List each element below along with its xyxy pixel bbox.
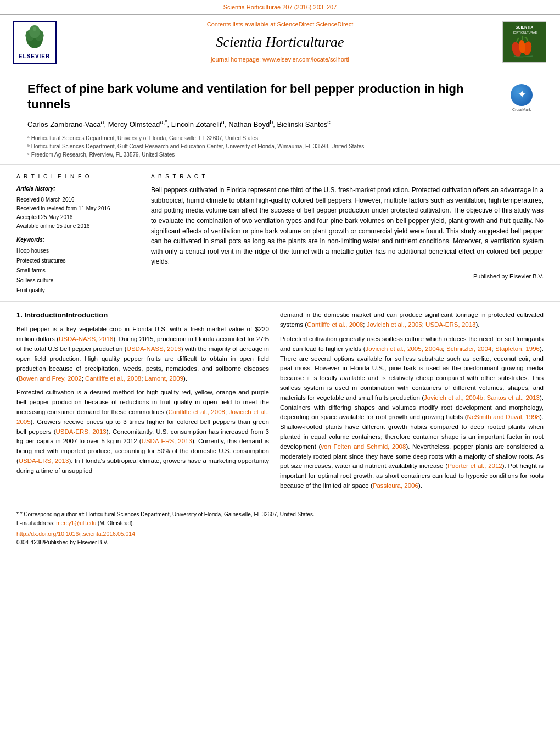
homepage-url: www.elsevier.com/locate/scihorti: [262, 56, 349, 63]
svg-point-5: [32, 27, 36, 31]
svg-text:HORTICULTURAE: HORTICULTURAE: [512, 31, 537, 34]
ref-cantliffe-2008[interactable]: Cantliffe et al., 2008: [85, 375, 141, 382]
body-right-col: demand in the domestic market and can pr…: [280, 310, 544, 495]
footer-section: * * Corresponding author at: Horticultur…: [0, 507, 560, 553]
keyword-fruit: Fruit quality: [16, 286, 128, 295]
keyword-farms: Small farms: [16, 266, 128, 276]
ref-jovicich-2005-1[interactable]: Jovicich et al., 2005: [16, 409, 269, 425]
crossmark-icon: ✦: [511, 84, 533, 106]
ref-poorter-2012[interactable]: Poorter et al., 2012: [447, 462, 502, 469]
footer-divider: [16, 504, 544, 504]
ref-usda-ers-2013-4[interactable]: USDA-ERS, 2013: [425, 321, 475, 328]
journal-logo-box: SCIENTIAHORTICULTURAE SCIENTIA HORTICULT…: [502, 21, 546, 63]
crossmark-badge[interactable]: ✦ CrossMark: [511, 84, 533, 106]
article-info-abstract-section: A R T I C L E I N F O Article history: R…: [0, 165, 560, 302]
author-olmstead: Mercy Olmsteada,*,: [108, 120, 171, 129]
science-direct-name: ScienceDirect: [277, 21, 315, 27]
authors-line: Carlos Zambrano-Vacaa, Mercy Olmsteada,*…: [27, 118, 533, 130]
affiliations: ᵃ Horticultural Sciences Department, Uni…: [27, 134, 533, 159]
author-zambrano: Carlos Zambrano-Vacaa,: [27, 120, 108, 129]
corresponding-text: * Corresponding author at: Horticultural…: [20, 511, 315, 517]
intro-para1: Bell pepper is a key vegetable crop in F…: [16, 325, 269, 383]
ref-usda-nass-2016-2[interactable]: USDA-NASS, 2016: [127, 345, 181, 352]
body-left-col: 1. IntroductionIntroduction Bell pepper …: [16, 310, 269, 495]
article-info-col: A R T I C L E I N F O Article history: R…: [16, 173, 137, 295]
contents-text: Contents lists available at: [207, 21, 276, 27]
page-container: Scientia Horticulturae 207 (2016) 203–20…: [0, 0, 560, 742]
ref-nesmith-1998[interactable]: NeSmith and Duval, 1998: [467, 414, 540, 420]
ref-jovicich-2005-2[interactable]: Jovicich et al., 2005: [367, 321, 422, 328]
keyword-protected: Protected structures: [16, 256, 128, 266]
article-available: Available online 15 June 2016: [16, 222, 128, 231]
abstract-heading: A B S T R A C T: [151, 173, 544, 181]
keywords-label: Keywords:: [16, 236, 128, 244]
article-title: Effect of pine bark volume and ventilati…: [27, 81, 502, 113]
body-content: 1. IntroductionIntroduction Bell pepper …: [0, 302, 560, 504]
ref-santos-2013[interactable]: Santos et al., 2013: [487, 394, 540, 401]
intro-section-title: 1. IntroductionIntroduction: [16, 310, 269, 320]
journal-header-center: Contents lists available at ScienceDirec…: [63, 20, 497, 64]
right-logo-svg: SCIENTIA HORTICULTURAE: [503, 22, 546, 63]
author-boyd: Nathan Boydb,: [228, 120, 277, 129]
journal-reference-bar: Scientia Horticulturae 207 (2016) 203–20…: [0, 0, 560, 14]
article-history-label: Article history:: [16, 185, 128, 193]
email-link[interactable]: mercy1@ufl.edu: [56, 520, 96, 526]
elsevier-logo-box: ELSEVIER: [13, 21, 57, 64]
journal-reference: Scientia Horticulturae 207 (2016) 203–20…: [223, 4, 337, 10]
ref-lamont-2009[interactable]: Lamont, 2009: [145, 375, 183, 382]
crossmark-label: CrossMark: [511, 107, 533, 113]
doi-text: http://dx.doi.org/10.1016/j.scienta.2016…: [16, 531, 135, 537]
keyword-hoop: Hoop houses: [16, 246, 128, 256]
ref-bowen-2002[interactable]: Bowen and Frey, 2002: [19, 375, 82, 382]
affiliation-c: ᶜ Freedom Ag Research, Riverview, FL 335…: [27, 150, 533, 159]
protected-text: Protected: [412, 186, 440, 194]
ref-von-felten-2008[interactable]: von Felten and Schmid, 2008: [321, 443, 406, 450]
author-santos: Bielinski Santosc: [277, 120, 331, 129]
journal-logo-right: SCIENTIAHORTICULTURAE SCIENTIA HORTICULT…: [502, 21, 549, 63]
email-label: E-mail address:: [16, 520, 54, 526]
corresponding-asterisk: *: [16, 511, 20, 517]
ref-schnitzler-2004[interactable]: Schnitzler, 2004: [446, 345, 491, 352]
published-by: Published by Elsevier B.V.: [151, 272, 544, 281]
elsevier-label: ELSEVIER: [16, 53, 53, 60]
svg-text:SCIENTIA: SCIENTIA: [516, 25, 534, 29]
email-note: E-mail address: mercy1@ufl.edu (M. Olmst…: [16, 519, 544, 528]
journal-header: ELSEVIER Contents lists available at Sci…: [0, 14, 560, 70]
ref-cantliffe-2008-2[interactable]: Cantliffe et al., 2008: [168, 409, 225, 415]
ref-usda-ers-2013-3[interactable]: USDA-ERS, 2013: [19, 458, 69, 464]
affiliation-b: ᵇ Horticultural Sciences Department, Gul…: [27, 142, 533, 150]
article-title-row: Effect of pine bark volume and ventilati…: [27, 81, 533, 113]
author-zotarelli: Lincoln Zotarellia,: [171, 120, 228, 129]
intro-title: Introduction: [24, 311, 66, 319]
journal-title: Scientia Horticulturae: [63, 32, 497, 52]
article-received: Received 8 March 2016: [16, 196, 128, 204]
article-revised: Received in revised form 11 May 2016: [16, 204, 128, 213]
article-info-heading: A R T I C L E I N F O: [16, 173, 128, 181]
ref-stapleton-1996[interactable]: Stapleton, 1996: [495, 345, 540, 352]
issn-line: 0304-4238/Published by Elsevier B.V.: [16, 538, 544, 547]
ref-cantliffe-2008-3[interactable]: Cantliffe et al., 2008: [307, 321, 363, 328]
abstract-text: Bell peppers cultivated in Florida repre…: [151, 185, 544, 267]
article-header: Effect of pine bark volume and ventilati…: [0, 70, 560, 165]
email-person: (M. Olmstead).: [98, 520, 134, 526]
abstract-col: A B S T R A C T Bell peppers cultivated …: [148, 173, 544, 295]
intro-para3: demand in the domestic market and can pr…: [280, 310, 544, 330]
doi-link[interactable]: http://dx.doi.org/10.1016/j.scienta.2016…: [16, 530, 544, 538]
intro-para2: Protected cultivation is a desired metho…: [16, 388, 269, 476]
elsevier-tree-icon: [21, 24, 48, 52]
article-accepted: Accepted 25 May 2016: [16, 213, 128, 222]
elsevier-logo: ELSEVIER: [11, 21, 58, 64]
affiliation-a: ᵃ Horticultural Sciences Department, Uni…: [27, 134, 533, 142]
homepage-label: journal homepage:: [211, 56, 261, 63]
ref-passioura-2006[interactable]: Passioura, 2006: [373, 482, 418, 489]
intro-number: 1.: [16, 311, 23, 319]
keyword-soilless: Soilless culture: [16, 276, 128, 286]
journal-homepage: journal homepage: www.elsevier.com/locat…: [63, 55, 497, 64]
ref-usda-nass-2016-1[interactable]: USDA-NASS, 2016: [59, 336, 113, 342]
intro-para4: Protected cultivation generally uses soi…: [280, 334, 544, 491]
science-direct-link: Contents lists available at ScienceDirec…: [63, 20, 497, 29]
ref-usda-ers-2013-2[interactable]: USDA-ERS, 2013: [142, 438, 192, 444]
ref-jovicich-2005-3[interactable]: Jovicich et al., 2005, 2004a: [366, 345, 443, 352]
ref-jovicich-2004b[interactable]: Jovicich et al., 2004b: [424, 394, 483, 401]
ref-usda-ers-2013-1[interactable]: USDA-ERS, 2013: [55, 428, 106, 435]
